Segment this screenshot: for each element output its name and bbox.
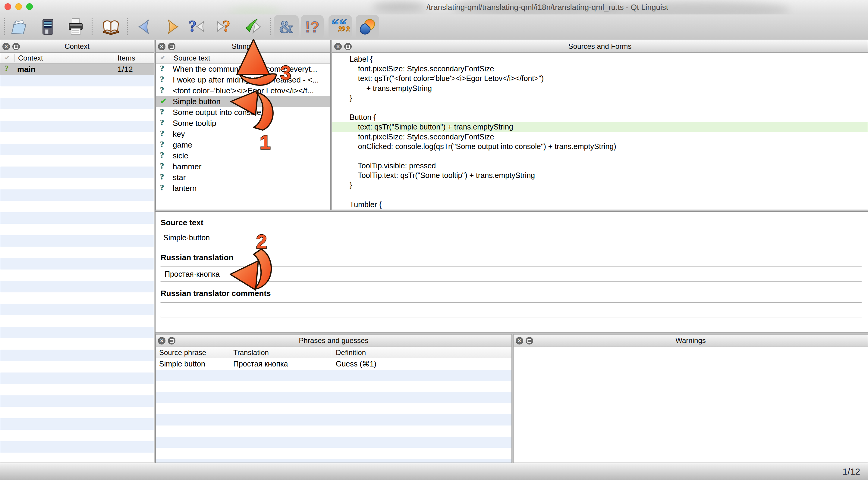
source-text: hammer	[173, 162, 201, 171]
context-row-main[interactable]: ? main 1/12	[0, 64, 154, 75]
source-text: key	[173, 130, 185, 139]
comments-label: Russian translator comments	[161, 289, 271, 298]
column-translation: Translation	[233, 348, 269, 357]
svg-text:!?: !?	[305, 19, 319, 36]
source-text: lantern	[173, 184, 197, 193]
svg-text:?: ?	[222, 18, 230, 35]
warnings-panel: ✕ Warnings	[513, 334, 868, 463]
status-icon: ?	[160, 85, 164, 95]
phrase-matches-toggle[interactable]: ““ ””	[329, 15, 352, 39]
phrases-column-header[interactable]: Source phrase Translation Definition	[156, 347, 512, 358]
float-panel-icon[interactable]	[12, 43, 20, 50]
next-button[interactable]	[162, 17, 181, 36]
source-text: sicle	[173, 151, 188, 161]
source-text: game	[173, 140, 192, 150]
print-button[interactable]	[66, 17, 85, 36]
panel-title: Context	[0, 40, 154, 53]
code-line: onClicked: console.log(qsTr("Some output…	[332, 141, 868, 151]
source-text: When the communism will come, everyt...	[173, 64, 317, 74]
translation-editor: Source text Simple·button Russian transl…	[156, 212, 868, 333]
close-panel-icon[interactable]: ✕	[516, 337, 523, 344]
previous-button[interactable]	[135, 17, 155, 36]
column-divider	[14, 54, 15, 62]
code-line: + trans.emptyString	[332, 83, 868, 93]
window-title: /translating-qml/translating-qml/i18n/tr…	[427, 3, 668, 12]
string-row[interactable]: ?I woke up after midnight and realised -…	[156, 74, 330, 85]
open-file-icon	[9, 17, 29, 36]
string-row[interactable]: ?sicle	[156, 150, 330, 161]
close-panel-icon[interactable]: ✕	[334, 43, 342, 50]
string-row[interactable]: ?hammer	[156, 161, 330, 172]
done-and-next-icon	[243, 17, 262, 36]
context-name: main	[17, 65, 36, 74]
phrases-panel: ✕ Phrases and guesses Source phrase Tran…	[156, 334, 512, 463]
code-line-highlighted: text: qsTr("Simple button") + trans.empt…	[332, 122, 868, 132]
qt-linguist-window: /translating-qml/translating-qml/i18n/tr…	[0, 0, 868, 480]
status-icon: ?	[160, 107, 164, 116]
code-line: Label {	[332, 54, 868, 64]
close-panel-icon[interactable]: ✕	[158, 337, 165, 344]
status-icon: ?	[160, 64, 164, 73]
string-row[interactable]: ?lantern	[156, 183, 330, 194]
strings-column-header[interactable]: ✔ Source text	[156, 53, 330, 64]
status-icon: ?	[160, 162, 164, 171]
warnings-panel-header: ✕ Warnings	[513, 334, 868, 347]
string-row-selected[interactable]: ✔Simple button	[156, 96, 330, 107]
done-and-next-button[interactable]	[243, 17, 262, 36]
ending-punctuation-icon: !?	[303, 17, 322, 36]
float-panel-icon[interactable]	[168, 337, 176, 344]
status-icon: ?	[160, 150, 164, 160]
next-unfinished-icon: ?	[215, 17, 234, 36]
previous-unfinished-button[interactable]: ?	[187, 17, 206, 36]
phrase-definition: Guess (⌘1)	[336, 359, 376, 368]
phrase-book-button[interactable]	[101, 17, 121, 36]
code-block: Label { font.pixelSize: Styles.secondary…	[332, 53, 868, 210]
source-code-view: Label { font.pixelSize: Styles.secondary…	[332, 53, 868, 210]
translation-label: Russian translation	[161, 253, 233, 262]
code-line: ToolTip.text: qsTr("Some tooltip") + tra…	[332, 170, 868, 180]
open-button[interactable]	[9, 17, 29, 36]
string-row[interactable]: ?Some tooltip	[156, 118, 330, 129]
ending-punctuation-toggle[interactable]: !?	[301, 15, 324, 39]
context-column-header[interactable]: ✔ Context Items	[0, 53, 154, 64]
previous-unfinished-icon: ?	[187, 17, 206, 36]
book-icon	[101, 17, 121, 36]
warnings-content	[513, 347, 868, 463]
float-panel-icon[interactable]	[168, 43, 176, 50]
context-panel-header: ✕ Context	[0, 40, 154, 53]
translation-input[interactable]: Простая·кнопка	[160, 267, 862, 281]
comments-input[interactable]	[160, 302, 862, 317]
code-line	[332, 103, 868, 112]
string-row[interactable]: ?<font color='blue'><i>Egor Letov</i></f…	[156, 85, 330, 96]
string-row[interactable]: ?When the communism will come, everyt...	[156, 64, 330, 74]
float-panel-icon[interactable]	[344, 43, 352, 50]
string-row[interactable]: ?key	[156, 129, 330, 139]
code-line: ToolTip.visible: pressed	[332, 161, 868, 170]
sources-panel: ✕ Sources and Forms Label { font.pixelSi…	[332, 40, 868, 210]
next-unfinished-button[interactable]: ?	[215, 17, 234, 36]
phrase-source: Simple button	[159, 359, 205, 368]
float-panel-icon[interactable]	[526, 337, 533, 344]
phrase-row[interactable]: Simple button Простая кнопка Guess (⌘1)	[156, 358, 512, 370]
zoom-window-button[interactable]	[26, 3, 33, 10]
string-row[interactable]: ?star	[156, 172, 330, 183]
toolbar: ? ? &	[0, 14, 868, 40]
code-line: }	[332, 180, 868, 190]
close-panel-icon[interactable]: ✕	[2, 43, 10, 50]
source-text: <font color='blue'><i>Egor Letov</i></f.…	[173, 86, 314, 96]
accelerators-toggle[interactable]: &	[274, 15, 299, 39]
minimize-window-button[interactable]	[16, 3, 22, 10]
close-window-button[interactable]	[4, 3, 11, 10]
toolbar-separator	[270, 19, 271, 35]
column-divider	[170, 54, 170, 62]
panel-title: Sources and Forms	[332, 40, 868, 53]
place-markers-toggle[interactable]	[355, 15, 379, 39]
string-row[interactable]: ?Some output into console	[156, 107, 330, 118]
save-button[interactable]	[38, 17, 58, 36]
context-list: ✔ Context Items ? main 1/12	[0, 53, 154, 463]
close-panel-icon[interactable]: ✕	[158, 43, 165, 50]
done-column-icon: ✔	[4, 54, 10, 62]
string-row[interactable]: ?game	[156, 139, 330, 150]
strings-panel-header: ✕ Strings	[156, 40, 330, 53]
panel-title: Phrases and guesses	[156, 335, 512, 347]
